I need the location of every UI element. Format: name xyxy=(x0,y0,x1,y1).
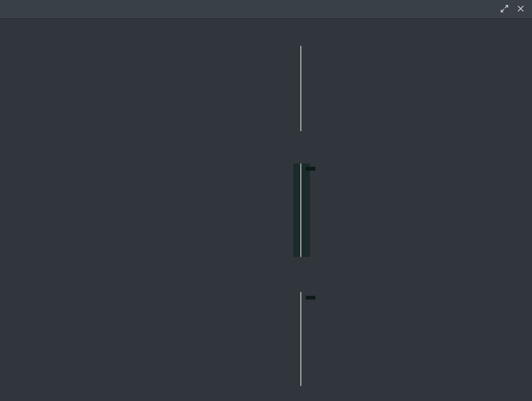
waterfall-plot[interactable] xyxy=(6,164,495,257)
waterfall-frequency-marker[interactable] xyxy=(300,164,301,257)
probability-legend-colorbar xyxy=(397,31,494,36)
close-icon[interactable] xyxy=(516,4,526,13)
waterfall-x-axis xyxy=(6,259,495,267)
ambient-frequency-marker[interactable] xyxy=(300,292,301,386)
waterfall-marker-label xyxy=(306,167,315,171)
waveform-x-axis xyxy=(6,134,495,141)
waterfall-legend-colorbar xyxy=(397,149,494,154)
ambient-legend-colorbar xyxy=(397,279,494,284)
expand-icon[interactable] xyxy=(500,4,509,13)
waveform-frequency-marker[interactable] xyxy=(300,46,301,131)
ambient-noise-plot[interactable] xyxy=(6,292,495,386)
waterfall-channel-band xyxy=(293,164,310,257)
waveform-plot[interactable] xyxy=(6,46,495,131)
ambient-x-axis xyxy=(6,388,495,395)
titlebar xyxy=(0,0,532,19)
airview-window xyxy=(0,0,532,401)
ambient-marker-label xyxy=(306,296,315,300)
